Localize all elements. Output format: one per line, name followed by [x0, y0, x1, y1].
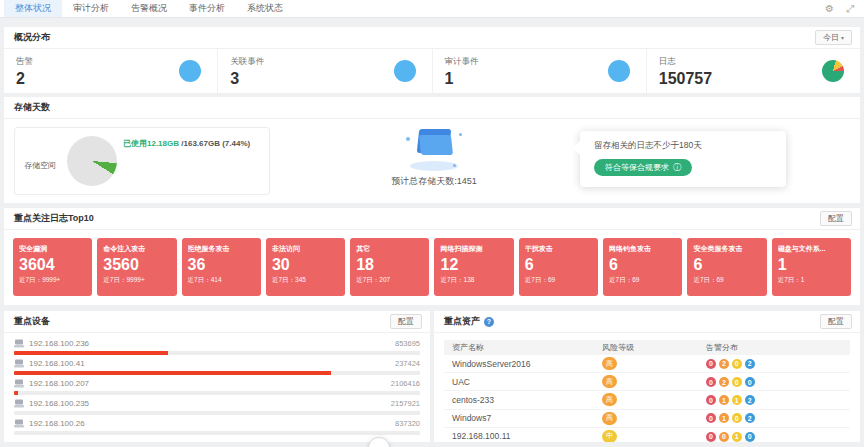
- asset-name: UAC: [444, 377, 602, 387]
- device-value: 2106416: [391, 379, 420, 388]
- log-recent-label: 近7日：: [19, 276, 42, 283]
- expand-icon[interactable]: ⤢: [846, 4, 854, 14]
- risk-badge: 高: [602, 412, 617, 425]
- log-recent-label: 近7日：: [525, 276, 548, 283]
- devices-title: 重点设备: [14, 315, 50, 328]
- log-recent-value: 69: [717, 276, 724, 283]
- log-recent-value: 69: [632, 276, 639, 283]
- device-ip: 192.168.100.236: [29, 339, 89, 348]
- device-row: 192.168.100.236 853695: [14, 335, 420, 355]
- device-row: 192.168.100.207 2106416: [14, 375, 420, 395]
- asset-name: centos-233: [444, 395, 602, 405]
- period-selector[interactable]: 今日▾: [815, 30, 852, 45]
- device-value: 2157921: [391, 399, 420, 408]
- overview-title: 概况分布: [14, 31, 50, 44]
- log-recent-value: 207: [379, 276, 390, 283]
- alarm-badge-critical: 0: [706, 377, 716, 387]
- tab-event-analysis[interactable]: 事件分析: [178, 0, 236, 17]
- tab-audit-analysis[interactable]: 审计分析: [62, 0, 120, 17]
- top-logs-row: 安全漏洞 3604 近7日：9999+ 命令注入攻击 3560 近7日：9999…: [4, 230, 860, 305]
- help-icon[interactable]: ?: [484, 317, 494, 327]
- storage-title: 存储天数: [14, 101, 50, 114]
- top-logs-section: 重点关注日志Top10 配置 安全漏洞 3604 近7日：9999+ 命令注入攻…: [4, 208, 860, 305]
- compliance-tip-text: 留存相关的日志不少于180天: [594, 140, 772, 152]
- device-ip: 192.168.100.207: [29, 379, 89, 388]
- log-card-name: 网络钓鱼攻击: [609, 244, 676, 254]
- storage-space-label: 存储空间: [24, 160, 56, 171]
- devices-config-button[interactable]: 配置: [390, 314, 422, 329]
- alarm-badge-critical: 0: [706, 359, 716, 369]
- log-card-name: 磁盘与文件系...: [778, 244, 845, 254]
- alarm-badge-critical: 0: [706, 413, 716, 423]
- alarm-badge-medium: 0: [732, 377, 742, 387]
- alarm-badge-high: 2: [719, 359, 729, 369]
- compliance-badge-label: 符合等保合规要求: [605, 162, 669, 173]
- device-row: 192.168.100.26 837320: [14, 415, 420, 435]
- log-card-value: 1: [778, 254, 845, 276]
- key-assets-section: 重点资产 ? 配置 资产名称 风险等级 告警分布 WindowsServer20…: [434, 311, 860, 442]
- stat-value: 3: [230, 71, 264, 87]
- alarm-badge-low: 2: [745, 395, 755, 405]
- gear-icon[interactable]: ⚙: [825, 4, 834, 14]
- tab-system-status[interactable]: 系统状态: [236, 0, 294, 17]
- log-recent-label: 近7日：: [188, 276, 211, 283]
- assets-config-button[interactable]: 配置: [820, 314, 852, 329]
- column-asset-name: 资产名称: [444, 342, 602, 353]
- alarm-badge-low: 2: [745, 359, 755, 369]
- audit-circle-icon: [608, 60, 630, 82]
- log-pie-icon: [822, 60, 844, 82]
- storage-used-text: 已使用12.18GB: [123, 139, 179, 148]
- device-value: 837320: [395, 419, 420, 428]
- alarm-badge-medium: 0: [732, 413, 742, 423]
- storage-total-text: /163.67GB (7.44%): [179, 139, 250, 148]
- log-card-value: 18: [356, 254, 423, 276]
- device-icon: [14, 379, 24, 388]
- log-card: 拒绝服务攻击 36 近7日：414: [182, 238, 261, 296]
- log-recent-label: 近7日：: [693, 276, 716, 283]
- device-icon: [14, 339, 24, 348]
- log-card: 干扰攻击 6 近7日：69: [519, 238, 598, 296]
- top-logs-config-button[interactable]: 配置: [820, 211, 852, 226]
- compliance-badge-button[interactable]: 符合等保合规要求 ⓘ: [594, 159, 692, 176]
- log-card-name: 安全类服务攻击: [693, 244, 760, 254]
- log-card: 网络钓鱼攻击 6 近7日：69: [603, 238, 682, 296]
- log-recent-label: 近7日：: [609, 276, 632, 283]
- stat-label: 告警: [16, 56, 33, 68]
- log-card: 网络扫描探测 12 近7日：138: [434, 238, 513, 296]
- tab-overall-status[interactable]: 整体状况: [4, 0, 62, 17]
- asset-row: Windows7 高 0102: [444, 410, 850, 428]
- log-card-value: 6: [525, 254, 592, 276]
- log-card-value: 30: [272, 254, 339, 276]
- alarm-badge-low: 2: [745, 413, 755, 423]
- log-card-name: 网络扫描探测: [440, 244, 507, 254]
- stat-label: 日志: [659, 56, 712, 68]
- key-devices-section: 重点设备 配置 192.168.100.236 853695 192.168.1…: [4, 311, 430, 442]
- device-icon: [14, 419, 24, 428]
- chevron-down-icon: ▾: [841, 35, 844, 41]
- log-card-value: 36: [188, 254, 255, 276]
- log-recent-value: 138: [464, 276, 475, 283]
- log-recent-label: 近7日：: [103, 276, 126, 283]
- stat-card-alerts: 告警 2: [4, 49, 217, 93]
- log-recent-label: 近7日：: [356, 276, 379, 283]
- log-recent-value: 9999+: [42, 276, 60, 283]
- event-circle-icon: [394, 60, 416, 82]
- log-card-value: 6: [693, 254, 760, 276]
- compliance-tip-card: 留存相关的日志不少于180天 符合等保合规要求 ⓘ: [580, 131, 786, 187]
- stat-label: 审计事件: [445, 56, 479, 68]
- period-label: 今日: [823, 33, 839, 42]
- tab-alert-overview[interactable]: 告警概况: [120, 0, 178, 17]
- log-card-name: 安全漏洞: [19, 244, 86, 254]
- alarm-badge-critical: 0: [706, 395, 716, 405]
- log-card: 安全类服务攻击 6 近7日：69: [687, 238, 766, 296]
- log-recent-label: 近7日：: [272, 276, 295, 283]
- asset-name: 192.168.100.11: [444, 431, 602, 441]
- device-ip: 192.168.100.41: [29, 359, 85, 368]
- stat-value: 1: [445, 71, 479, 87]
- log-card: 安全漏洞 3604 近7日：9999+: [13, 238, 92, 296]
- device-ip: 192.168.100.26: [29, 419, 85, 428]
- asset-name: WindowsServer2016: [444, 359, 602, 369]
- storage-days-block: 预计总存储天数:1451: [304, 125, 564, 188]
- log-card: 磁盘与文件系... 1 近7日：1: [772, 238, 851, 296]
- stat-value: 2: [16, 71, 33, 87]
